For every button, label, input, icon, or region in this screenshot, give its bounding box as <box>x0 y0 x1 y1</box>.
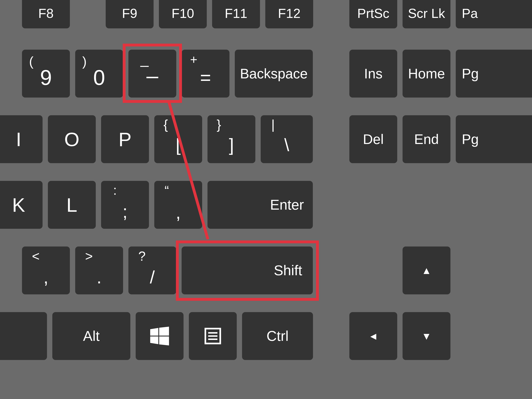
up-arrow-icon: ▲ <box>422 265 431 276</box>
end-key[interactable]: End <box>403 115 450 163</box>
key-lower: , <box>44 267 48 287</box>
key-lower: – <box>146 63 158 88</box>
key-label: Backspace <box>240 66 308 82</box>
key-upper: | <box>271 117 275 132</box>
blank-key[interactable] <box>0 312 47 360</box>
key-lower: ] <box>229 135 234 155</box>
enter-key[interactable]: Enter <box>208 181 313 229</box>
key-label: Pg <box>462 131 479 147</box>
o-key[interactable]: O <box>48 115 96 163</box>
key-label: Scr Lk <box>408 6 445 21</box>
key-upper: + <box>190 52 197 67</box>
key-label: Enter <box>270 197 304 213</box>
left-arrow-key[interactable]: ◄ <box>349 312 397 360</box>
k-key[interactable]: K <box>0 181 43 229</box>
key-label: Pa <box>462 6 478 21</box>
backspace-key[interactable]: Backspace <box>235 50 313 98</box>
key-lower: [ <box>176 135 181 155</box>
f8-key[interactable]: F8 <box>22 0 70 28</box>
key-label: Home <box>408 66 445 82</box>
home-key[interactable]: Home <box>403 50 450 98</box>
key-label: End <box>414 131 439 147</box>
pgup-key-partial[interactable]: Pg <box>456 50 532 98</box>
key-upper: : <box>113 183 117 198</box>
key-upper: ? <box>138 249 146 264</box>
i-key[interactable]: I <box>0 115 43 163</box>
windows-key[interactable] <box>136 312 184 360</box>
nine-key[interactable]: ( 9 <box>22 50 70 98</box>
down-arrow-icon: ▼ <box>422 330 431 342</box>
key-lower: = <box>200 67 211 88</box>
key-lower: , <box>176 202 181 223</box>
equals-key[interactable]: + = <box>182 50 229 98</box>
svg-rect-1 <box>208 332 217 334</box>
up-arrow-key[interactable]: ▲ <box>403 247 450 294</box>
quote-key[interactable]: “ , <box>154 181 202 229</box>
menu-icon <box>204 327 222 345</box>
keyboard-diagram: F8 F9 F10 F11 F12 PrtSc Scr Lk Pa ( 9 ) … <box>0 0 532 399</box>
key-label: F11 <box>225 6 247 21</box>
key-lower: 9 <box>40 65 52 90</box>
semicolon-key[interactable]: : ; <box>101 181 149 229</box>
pgdn-key-partial[interactable]: Pg <box>456 115 532 163</box>
alt-key[interactable]: Alt <box>52 312 130 360</box>
svg-rect-3 <box>208 339 217 340</box>
key-lower: \ <box>284 135 289 155</box>
zero-key[interactable]: ) 0 <box>75 50 123 98</box>
l-key[interactable]: L <box>48 181 96 229</box>
key-upper: ( <box>29 54 33 69</box>
ctrl-key[interactable]: Ctrl <box>242 312 313 360</box>
key-upper: < <box>32 249 39 264</box>
menu-key[interactable] <box>189 312 237 360</box>
bracket-open-key[interactable]: { [ <box>154 115 202 163</box>
backslash-key[interactable]: | \ <box>261 115 313 163</box>
key-upper: { <box>164 117 168 132</box>
bracket-close-key[interactable]: } ] <box>208 115 255 163</box>
key-label: F12 <box>278 6 301 21</box>
shift-key[interactable]: Shift <box>182 247 313 294</box>
p-key[interactable]: P <box>101 115 149 163</box>
key-label: F10 <box>171 6 194 21</box>
del-key[interactable]: Del <box>349 115 397 163</box>
minus-key[interactable]: _ – <box>128 50 176 98</box>
comma-key[interactable]: < , <box>22 247 70 294</box>
key-label: F8 <box>38 6 54 21</box>
ins-key[interactable]: Ins <box>349 50 397 98</box>
key-lower: . <box>97 267 101 287</box>
windows-icon <box>150 327 169 345</box>
f10-key[interactable]: F10 <box>159 0 207 28</box>
f11-key[interactable]: F11 <box>212 0 260 28</box>
down-arrow-key[interactable]: ▼ <box>403 312 450 360</box>
key-lower: ; <box>122 201 127 222</box>
key-label: PrtSc <box>357 6 389 21</box>
key-upper: } <box>217 117 221 132</box>
key-label: Shift <box>274 262 302 279</box>
key-label: L <box>66 194 77 216</box>
key-label: I <box>16 128 21 151</box>
key-upper: “ <box>165 183 169 198</box>
key-lower: 0 <box>93 65 105 90</box>
key-upper: > <box>85 249 93 264</box>
left-arrow-icon: ◄ <box>368 330 378 342</box>
scrlk-key[interactable]: Scr Lk <box>403 0 450 28</box>
key-label: Del <box>363 131 384 147</box>
key-label: O <box>64 128 79 151</box>
key-upper: ) <box>82 54 87 69</box>
key-label: Ctrl <box>266 328 289 344</box>
period-key[interactable]: > . <box>75 247 123 294</box>
svg-rect-2 <box>208 335 217 337</box>
key-label: P <box>119 128 131 151</box>
key-label: K <box>12 194 25 216</box>
key-label: Pg <box>462 66 479 82</box>
key-label: Alt <box>83 328 100 344</box>
pa-key-partial[interactable]: Pa <box>456 0 532 28</box>
prtsc-key[interactable]: PrtSc <box>349 0 397 28</box>
key-label: F9 <box>122 6 137 21</box>
f9-key[interactable]: F9 <box>106 0 154 28</box>
key-label: Ins <box>364 66 382 82</box>
f12-key[interactable]: F12 <box>265 0 313 28</box>
key-lower: / <box>150 267 155 287</box>
slash-key[interactable]: ? / <box>128 247 176 294</box>
